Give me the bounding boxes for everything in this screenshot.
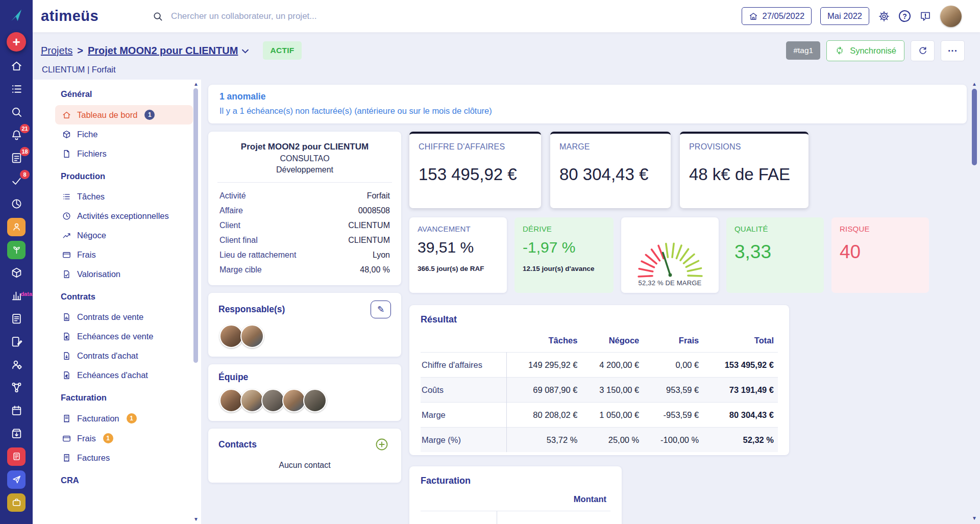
subnav-item-frais[interactable]: Frais	[55, 245, 193, 264]
modules-icon[interactable]	[0, 78, 33, 101]
validations-badge: 8	[20, 170, 30, 179]
report-app-icon[interactable]	[0, 445, 33, 468]
month-selector[interactable]: Mai 2022	[820, 7, 869, 25]
main-scrollbar[interactable]: ▲ ▼	[971, 81, 978, 522]
todo-icon[interactable]: 18	[0, 146, 33, 169]
home-icon[interactable]	[0, 55, 33, 78]
contacts-card: Contacts Aucun contact	[208, 429, 401, 483]
avatar[interactable]	[261, 389, 285, 412]
package-icon[interactable]	[0, 261, 33, 284]
brand-name[interactable]: atimeüs	[41, 8, 99, 24]
more-button[interactable]: ...	[941, 40, 965, 61]
subnav-item-fichiers[interactable]: Fichiers	[55, 144, 193, 163]
settings-gear-icon[interactable]	[878, 10, 890, 22]
subnav-item-contrats-achat[interactable]: Contrats d'achat	[55, 346, 193, 365]
analytics-icon[interactable]: data	[0, 284, 33, 307]
closing-date-button[interactable]: 27/05/2022	[742, 7, 812, 25]
send-app-icon[interactable]	[0, 468, 33, 491]
facturation-column-header: Montant	[421, 486, 610, 511]
feedback-icon[interactable]	[919, 10, 932, 22]
help-icon[interactable]: ?	[899, 10, 911, 22]
subnav-item-echeances-de-vente[interactable]: Echéances de vente	[55, 327, 193, 346]
anomaly-message: Il y a 1 échéance(s) non facturée(s) (an…	[219, 106, 955, 116]
subnav-item-facturation[interactable]: Facturation 1	[55, 409, 193, 428]
subnav-scrollbar[interactable]: ▲ ▼	[193, 81, 199, 523]
doc-check-icon	[62, 269, 71, 279]
edit-responsables-button[interactable]: ✎	[371, 301, 391, 318]
subnav-item-tableau-de-bord[interactable]: Tableau de bord 1	[55, 105, 193, 124]
search-input[interactable]	[171, 11, 396, 21]
page: Projets > Projet MOON2 pour CLIENTUM ACT…	[33, 33, 980, 524]
avatar[interactable]	[240, 325, 264, 348]
project-card-company: CONSULTAO	[219, 154, 390, 163]
user-avatar[interactable]	[940, 6, 962, 27]
calendar-icon[interactable]	[0, 399, 33, 422]
info-field-client-final: Client finalCLIENTUM	[219, 233, 390, 247]
news-icon[interactable]	[0, 307, 33, 330]
invoice-icon	[62, 453, 71, 463]
breadcrumb-separator: >	[77, 45, 83, 57]
search-icon	[152, 11, 163, 22]
subnav-item-label: Facturation	[77, 414, 119, 423]
scroll-up-icon[interactable]: ▲	[193, 82, 199, 87]
kpi-subtext: 12.15 jour(s) d'avance	[523, 265, 605, 272]
doc-euro-icon	[62, 370, 71, 380]
plant-icon[interactable]	[0, 238, 33, 261]
subnav-item-valorisation[interactable]: Valorisation	[55, 265, 193, 284]
resultat-table: Tâches Négoce Frais Total Chiffre d'affa…	[421, 329, 778, 452]
work-app-icon[interactable]	[0, 491, 33, 514]
user-settings-icon[interactable]	[0, 353, 33, 376]
subnav-item-frais-facturation[interactable]: Frais 1	[55, 429, 193, 448]
people-icon[interactable]	[0, 215, 33, 238]
brand-logo[interactable]	[9, 0, 24, 31]
subnav-item-taches[interactable]: Tâches	[55, 187, 193, 206]
project-title-dropdown[interactable]: Projet MOON2 pour CLIENTUM	[88, 45, 249, 57]
add-contact-button[interactable]	[375, 436, 391, 453]
breadcrumb-projects-link[interactable]: Projets	[41, 45, 72, 57]
anomaly-title: 1 anomalie	[219, 91, 955, 102]
subnav-item-label: Contrats de vente	[77, 312, 143, 322]
validations-icon[interactable]: 8	[0, 169, 33, 192]
edit-doc-icon[interactable]	[0, 330, 33, 353]
gauge-chart	[627, 231, 713, 278]
more-icon: ...	[948, 46, 958, 51]
notifications-icon[interactable]: 21	[0, 123, 33, 146]
equipe-card: Équipe	[208, 364, 401, 421]
project-subnav: Général Tableau de bord 1 Fiche Fichiers…	[33, 80, 201, 524]
subnav-section-cra: CRA	[33, 468, 201, 491]
avatar[interactable]	[303, 389, 327, 412]
header-actions: #tag1 Synchronisé ...	[786, 40, 965, 61]
subnav-item-label: Négoce	[77, 231, 106, 240]
avatar[interactable]	[219, 389, 243, 412]
scroll-up-icon[interactable]: ▲	[972, 82, 977, 87]
scroll-down-icon[interactable]: ▼	[193, 517, 199, 522]
subnav-item-contrats-de-vente[interactable]: Contrats de vente	[55, 308, 193, 327]
responsables-avatars	[218, 325, 391, 348]
month-label: Mai 2022	[827, 11, 862, 21]
search-icon[interactable]	[0, 101, 33, 123]
anomaly-alert[interactable]: 1 anomalie Il y a 1 échéance(s) non fact…	[208, 85, 967, 123]
scrollbar-thumb[interactable]	[193, 88, 198, 363]
archive-icon[interactable]	[0, 422, 33, 445]
create-button[interactable]: +	[7, 32, 26, 52]
org-icon[interactable]	[0, 376, 33, 399]
sync-button[interactable]: Synchronisé	[826, 40, 904, 61]
subnav-item-negoce[interactable]: Négoce	[55, 226, 193, 245]
avatar[interactable]	[282, 389, 306, 412]
scrollbar-thumb[interactable]	[972, 89, 977, 165]
subnav-item-factures[interactable]: Factures	[55, 448, 193, 467]
facturation-card: Facturation Montant	[409, 466, 622, 524]
kpi-label: AVANCEMENT	[418, 224, 499, 233]
subnav-item-echeances-achat[interactable]: Echéances d'achat	[55, 366, 193, 385]
time-icon[interactable]	[0, 192, 33, 215]
avatar[interactable]	[240, 389, 264, 412]
avatar[interactable]	[219, 325, 243, 348]
subnav-item-fiche[interactable]: Fiche	[55, 125, 193, 144]
tag-badge[interactable]: #tag1	[786, 41, 820, 60]
scroll-down-icon[interactable]: ▼	[972, 516, 977, 521]
sync-label: Synchronisé	[850, 46, 896, 56]
global-search[interactable]	[152, 11, 396, 22]
subnav-section-production: Production	[33, 164, 201, 187]
subnav-item-activites-exceptionnelles[interactable]: Activités exceptionnelles	[55, 207, 193, 226]
refresh-button[interactable]	[911, 40, 935, 61]
